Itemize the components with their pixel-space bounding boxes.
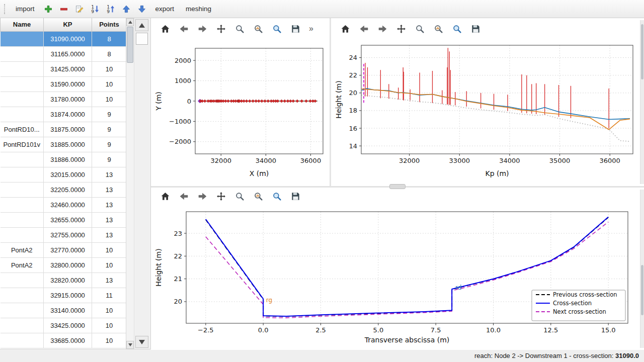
mpl-forward-button[interactable] [195, 22, 209, 36]
import-button[interactable]: import [11, 3, 40, 15]
edit-cross-section-button[interactable] [72, 2, 87, 16]
svg-text:9: 9 [107, 9, 109, 14]
table-row[interactable]: 32460.000013 [1, 197, 127, 212]
secondary-scrollbar-track[interactable] [135, 32, 149, 335]
mpl-subplots-button[interactable] [251, 22, 265, 36]
table-header-row: Name KP Points [1, 18, 127, 31]
mpl-home-button[interactable] [158, 189, 172, 203]
table-row[interactable]: 31090.00008 [1, 31, 127, 46]
table-scrollbar-track[interactable] [126, 26, 134, 341]
table-scroll-up-button[interactable] [126, 18, 134, 26]
mpl-zoom-button[interactable] [232, 189, 247, 203]
table-scrollbar-thumb[interactable] [127, 27, 133, 63]
table-row[interactable]: 31425.000010 [1, 61, 127, 76]
table-row[interactable]: PontRD10...31875.00009 [1, 122, 127, 137]
table-row[interactable]: 31780.000010 [1, 92, 127, 107]
profile-edge-scrollbar[interactable] [640, 20, 644, 184]
table-row[interactable]: 32820.000013 [1, 273, 127, 288]
mpl-save-button[interactable] [468, 22, 482, 36]
arrow-down-icon [137, 5, 146, 14]
table-row[interactable]: 33140.000010 [1, 303, 127, 318]
svg-text:36000: 36000 [300, 157, 321, 164]
mpl-pan-button[interactable] [214, 22, 228, 36]
triangle-down-icon [139, 340, 145, 344]
secondary-scrollbar-thumb[interactable] [136, 33, 148, 45]
plan-chart-canvas[interactable]: 320003400036000200010000−1000−2000X (m)Y… [153, 37, 329, 182]
cross-section-edge-scrollbar-thumb[interactable] [641, 265, 643, 315]
secondary-scroll-down-button[interactable] [135, 336, 148, 348]
svg-text:21: 21 [174, 275, 182, 283]
magnifier-chart-icon [434, 24, 443, 34]
mpl-zoom-button[interactable] [232, 22, 247, 36]
add-cross-section-button[interactable] [41, 2, 55, 16]
mpl-customize-button[interactable] [270, 189, 284, 203]
mpl-save-button[interactable] [288, 22, 302, 36]
export-button[interactable]: export [150, 3, 180, 15]
mpl-subplots-button[interactable] [251, 189, 265, 203]
profile-chart-canvas[interactable]: 3200033000340003500036000141618202224Kp … [333, 37, 640, 182]
toolbar-overflow-button[interactable]: » [309, 24, 313, 33]
table-row[interactable]: 31590.000010 [1, 76, 127, 92]
mpl-customize-button[interactable] [450, 22, 464, 36]
magnifier-blue-icon [272, 192, 282, 201]
table-row[interactable]: PontA232800.000010 [1, 257, 127, 273]
kp-cell: 31874.0000 [44, 107, 92, 122]
table-row[interactable]: 32655.000013 [1, 212, 127, 227]
svg-text:Height (m): Height (m) [154, 248, 163, 286]
kp-cell: 31885.0000 [44, 137, 92, 152]
mpl-forward-button[interactable] [195, 189, 209, 203]
toolbar-grip[interactable] [4, 4, 7, 14]
sort-ascending-button[interactable]: 19 [104, 2, 118, 16]
status-bar: reach: Node 2 -> Downstream 1 - cross-se… [0, 349, 644, 362]
table-row[interactable]: 32755.000013 [1, 227, 127, 242]
table-row[interactable]: 33425.000010 [1, 318, 127, 333]
mpl-home-button[interactable] [338, 22, 352, 36]
table-scroll-down-button[interactable] [126, 341, 134, 349]
meshing-button[interactable]: meshing [181, 3, 216, 15]
table-row[interactable]: 33685.000010 [1, 333, 127, 348]
table-row[interactable]: 32205.000013 [1, 182, 127, 197]
triangle-up-icon [128, 21, 132, 24]
points-cell: 9 [92, 107, 127, 122]
kp-cell: 31886.0000 [44, 152, 92, 167]
mpl-back-button[interactable] [177, 22, 191, 36]
svg-text:34000: 34000 [499, 157, 520, 164]
move-down-button[interactable] [135, 2, 149, 16]
svg-text:20: 20 [349, 89, 357, 97]
name-cell [1, 76, 44, 92]
mpl-zoom-button[interactable] [413, 22, 427, 36]
splitter-handle[interactable] [389, 184, 406, 189]
cross-section-edge-scrollbar[interactable] [640, 190, 644, 348]
profile-edge-scrollbar-thumb[interactable] [641, 24, 643, 79]
table-row[interactable]: 32015.000013 [1, 167, 127, 182]
points-cell: 10 [92, 92, 127, 107]
mpl-home-button[interactable] [158, 22, 172, 36]
mpl-save-button[interactable] [288, 189, 302, 203]
mpl-forward-button[interactable] [375, 22, 389, 36]
mpl-back-button[interactable] [357, 22, 371, 36]
remove-cross-section-button[interactable] [57, 2, 71, 16]
mpl-customize-button[interactable] [270, 22, 284, 36]
mpl-back-button[interactable] [177, 189, 191, 203]
move-up-button[interactable] [119, 2, 133, 16]
table-row[interactable]: PontRD101v31885.00009 [1, 137, 127, 152]
table-row[interactable]: 31165.00008 [1, 46, 127, 61]
table-row[interactable]: 32915.000011 [1, 288, 127, 303]
mpl-subplots-button[interactable] [431, 22, 445, 36]
column-header-points[interactable]: Points [92, 18, 127, 31]
mpl-pan-button[interactable] [394, 22, 408, 36]
sort-descending-button[interactable]: 19 [88, 2, 102, 16]
column-header-name[interactable]: Name [1, 18, 44, 31]
svg-text:Previous cross-section: Previous cross-section [553, 291, 617, 298]
secondary-scroll-up-button[interactable] [135, 19, 148, 31]
svg-text:7.5: 7.5 [431, 326, 441, 334]
table-row[interactable]: PontA232770.000010 [1, 242, 127, 257]
mpl-pan-button[interactable] [214, 189, 228, 203]
table-row[interactable]: 31874.00009 [1, 107, 127, 122]
name-cell [1, 107, 44, 122]
cross-section-chart-canvas[interactable]: −2.50.02.55.07.510.012.515.020212223rgrd… [153, 205, 636, 348]
table-row[interactable]: 31886.00009 [1, 152, 127, 167]
points-cell: 10 [92, 61, 127, 76]
arrow-up-icon [122, 5, 131, 14]
column-header-kp[interactable]: KP [44, 18, 92, 31]
